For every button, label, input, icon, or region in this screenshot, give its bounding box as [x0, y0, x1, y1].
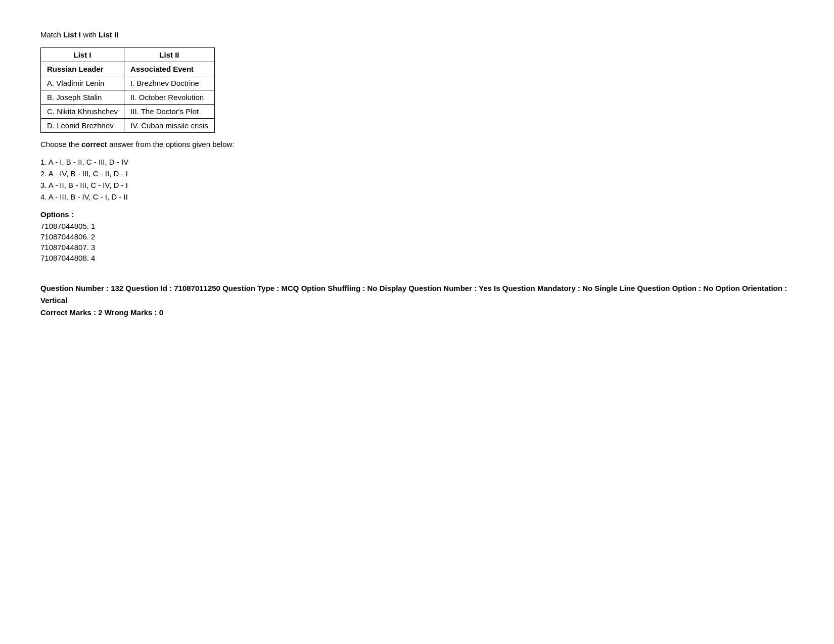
marks-info: Correct Marks : 2 Wrong Marks : 0	[40, 307, 794, 319]
choose-suffix: answer from the options given below:	[107, 140, 235, 148]
row2-col1: B. Joseph Stalin	[41, 90, 124, 105]
answer-option-2[interactable]: 2. A - IV, B - III, C - II, D - I	[40, 169, 794, 178]
match-table: List I List II Russian Leader Associated…	[40, 47, 215, 133]
instruction: Match List I with List II	[40, 30, 794, 39]
options-label: Options :	[40, 210, 794, 219]
table-row: D. Leonid Brezhnev IV. Cuban missile cri…	[41, 119, 215, 133]
choose-text: Choose the correct answer from the optio…	[40, 140, 794, 148]
list2-label: List II	[99, 30, 118, 39]
answer-option-1[interactable]: 1. A - I, B - II, C - III, D - IV	[40, 158, 794, 166]
row3-col2: III. The Doctor's Plot	[124, 105, 215, 119]
question-meta-text: Question Number : 132 Question Id : 7108…	[40, 282, 794, 307]
row4-col2: IV. Cuban missile crisis	[124, 119, 215, 133]
instruction-prefix: Match	[40, 30, 63, 39]
col-header-1: List I	[41, 48, 124, 62]
question-meta: Question Number : 132 Question Id : 7108…	[40, 282, 794, 319]
col-subheader-2: Associated Event	[124, 62, 215, 76]
option-code-1[interactable]: 71087044805. 1	[40, 222, 794, 230]
answer-options-list: 1. A - I, B - II, C - III, D - IV 2. A -…	[40, 158, 794, 201]
option-code-3[interactable]: 71087044807. 3	[40, 243, 794, 252]
list1-label: List I	[63, 30, 81, 39]
option-code-2[interactable]: 71087044806. 2	[40, 232, 794, 241]
row4-col1: D. Leonid Brezhnev	[41, 119, 124, 133]
table-row: C. Nikita Khrushchev III. The Doctor's P…	[41, 105, 215, 119]
col-header-2: List II	[124, 48, 215, 62]
choose-prefix: Choose the	[40, 140, 81, 148]
choose-bold: correct	[81, 140, 107, 148]
row1-col1: A. Vladimir Lenin	[41, 76, 124, 90]
row2-col2: II. October Revolution	[124, 90, 215, 105]
table-row: B. Joseph Stalin II. October Revolution	[41, 90, 215, 105]
row3-col1: C. Nikita Khrushchev	[41, 105, 124, 119]
instruction-with: with	[81, 30, 99, 39]
row1-col2: I. Brezhnev Doctrine	[124, 76, 215, 90]
answer-option-4[interactable]: 4. A - III, B - IV, C - I, D - II	[40, 192, 794, 201]
answer-option-3[interactable]: 3. A - II, B - III, C - IV, D - I	[40, 181, 794, 189]
option-code-4[interactable]: 71087044808. 4	[40, 254, 794, 262]
table-row: A. Vladimir Lenin I. Brezhnev Doctrine	[41, 76, 215, 90]
col-subheader-1: Russian Leader	[41, 62, 124, 76]
